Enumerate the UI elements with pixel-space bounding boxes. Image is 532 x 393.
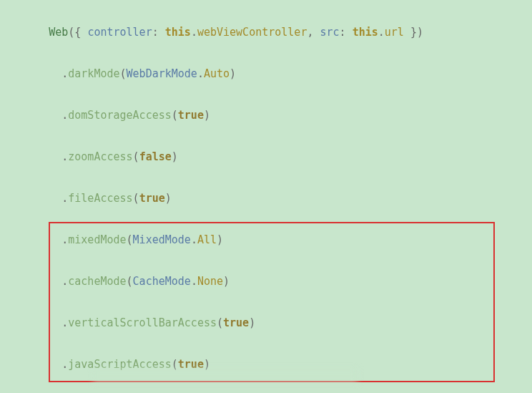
token-method: domStorageAccess [68, 109, 172, 122]
token-prop: Auto [204, 67, 230, 80]
token-type: MixedMode [133, 233, 191, 246]
token-prop: All [197, 233, 217, 246]
token-method: verticalScrollBarAccess [68, 316, 217, 329]
token-type: WebDarkMode [127, 67, 197, 80]
token-method: cacheMode [68, 275, 126, 288]
blur-region [93, 369, 358, 383]
token-method: mixedMode [68, 233, 126, 246]
token-bool: true [178, 109, 204, 122]
token-method: zoomAccess [68, 150, 132, 163]
token-prop: url [385, 26, 404, 39]
token-prop: None [197, 275, 223, 288]
token-key: controller [87, 26, 152, 39]
token-bool: false [139, 150, 172, 163]
token-this: this [353, 26, 378, 39]
token-bool: true [223, 316, 249, 329]
token-prop: webViewController [197, 26, 307, 39]
token-web: Web [49, 26, 68, 39]
token-key: src [320, 26, 340, 39]
token-method: fileAccess [68, 192, 132, 205]
code-editor[interactable]: Web({ controller: this.webViewController… [0, 1, 532, 393]
token-type: CacheMode [133, 275, 191, 288]
token-this: this [165, 26, 191, 39]
token-bool: true [139, 192, 165, 205]
token-method: darkMode [68, 67, 119, 80]
